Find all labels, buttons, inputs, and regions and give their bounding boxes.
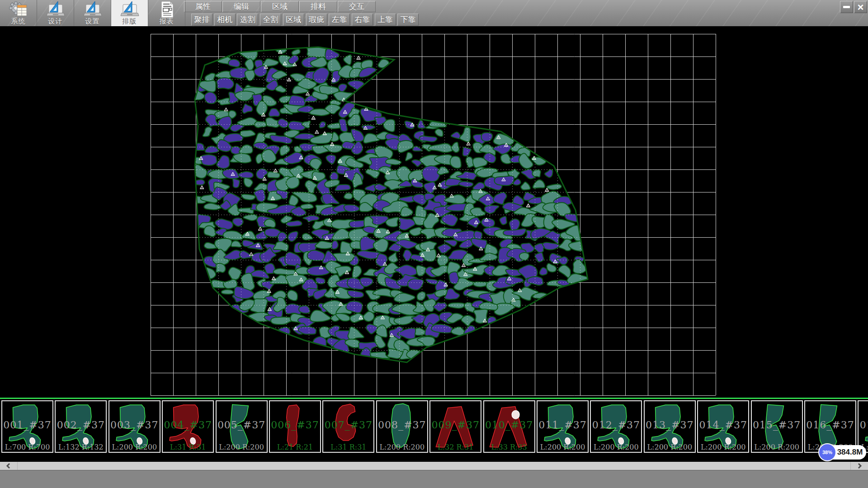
app-button-label: 设置 xyxy=(74,17,111,26)
tool-button-6[interactable]: 瑕疵 xyxy=(306,14,327,26)
menu-item-3[interactable]: 区域 xyxy=(261,1,299,12)
thumbnail-cell-004_#37[interactable]: 004_#37L:31 R:31 xyxy=(162,400,214,453)
thumbnail-cell-005_#37[interactable]: 005_#37L:200 R:200 xyxy=(216,400,268,453)
piece-lr-count: L:200 R:200 xyxy=(538,443,588,451)
piece-lr-count: L:200 R:200 xyxy=(377,443,427,451)
thumbnail-cell-013_#37[interactable]: 013_#37L:200 R:200 xyxy=(644,400,696,453)
piece-id-label: 011_#37 xyxy=(538,419,588,431)
thumbnail-cell-010_#37[interactable]: 010_#37L:33 R:33 xyxy=(483,400,535,453)
thumbnail-cell-006_#37[interactable]: 006_#37L:21 R:21 xyxy=(269,400,321,453)
thumbnail-cell-008_#37[interactable]: 008_#37L:200 R:200 xyxy=(376,400,428,453)
piece-id-label: 008_#37 xyxy=(377,419,427,431)
piece-id-label: 015_#37 xyxy=(752,419,802,431)
piece-lr-count: L:132 R:132 xyxy=(56,443,106,451)
thumbnail-cell-015_#37[interactable]: 015_#37L:200 R:200 xyxy=(751,400,803,453)
thumbnail-cell-014_#37[interactable]: 014_#37L:200 R:200 xyxy=(697,400,749,453)
piece-id-label: 010_#37 xyxy=(484,419,534,431)
piece-lr-count: L:200 R:200 xyxy=(698,443,748,451)
piece-lr-count: L:200 R:200 xyxy=(217,443,267,451)
app-window: 系统 设计 xyxy=(0,0,868,488)
thumbnail-cell-003_#37[interactable]: 003_#37L:200 R:200 xyxy=(108,400,160,453)
tool-button-10[interactable]: 下靠 xyxy=(397,14,419,26)
menu-item-5[interactable]: 交互 xyxy=(338,1,376,12)
thumbnail-cell-012_#37[interactable]: 012_#37L:200 R:200 xyxy=(590,400,642,453)
tool-button-5[interactable]: 区域 xyxy=(283,14,304,26)
piece-id-label: 006_#37 xyxy=(270,419,320,431)
memory-badge: 384.8M 38% xyxy=(818,443,867,462)
minimize-button[interactable] xyxy=(840,1,853,13)
memory-percent: 38% xyxy=(818,443,836,461)
tool-button-4[interactable]: 全割 xyxy=(260,14,281,26)
app-button-label: 排版 xyxy=(111,17,148,26)
app-button-nesting[interactable]: 排版 xyxy=(111,0,148,26)
close-button[interactable]: × xyxy=(854,1,867,13)
piece-id-label: 004_#37 xyxy=(163,419,213,431)
piece-id-label: 013_#37 xyxy=(645,419,695,431)
menu-item-1[interactable]: 属性 xyxy=(184,1,222,12)
piece-lr-count: L:31 R:31 xyxy=(163,443,213,451)
piece-id-label: 003_#37 xyxy=(109,419,160,431)
close-icon: × xyxy=(857,3,863,12)
piece-lr-count: L:31 R:31 xyxy=(323,443,373,451)
pieces-thumbnail-strip: 001_#37L:700 R:700002_#37L:132 R:132003_… xyxy=(0,398,868,462)
app-button-label: 系统 xyxy=(0,17,37,26)
horizontal-scrollbar[interactable] xyxy=(0,462,868,470)
app-button-label: 报表 xyxy=(148,17,185,26)
piece-lr-count: L:32 R:31 xyxy=(430,443,481,451)
piece-lr-count: L:21 R:21 xyxy=(270,443,320,451)
nesting-canvas[interactable] xyxy=(0,26,868,398)
thumbnail-cell-011_#37[interactable]: 011_#37L:200 R:200 xyxy=(537,400,589,453)
scroll-right-button[interactable] xyxy=(850,462,868,470)
tool-button-8[interactable]: 右靠 xyxy=(352,14,373,26)
thumbnail-cell-007_#37[interactable]: 007_#37L:31 R:31 xyxy=(322,400,374,453)
piece-lr-count: L:200 R:200 xyxy=(591,443,641,451)
piece-lr-count: L:200 R:200 xyxy=(645,443,695,451)
piece-id-label: 002_#37 xyxy=(56,419,106,431)
piece-id-label: 001_#37 xyxy=(2,419,52,431)
menu-item-2[interactable]: 编辑 xyxy=(222,1,260,12)
app-button-report[interactable]: 报表 xyxy=(148,0,185,26)
thumbnail-cell-009_#37[interactable]: 009_#37L:32 R:31 xyxy=(429,400,481,453)
app-button-label: 设计 xyxy=(37,17,74,26)
piece-id-label: 016_#37 xyxy=(805,419,855,431)
app-button-system[interactable]: 系统 xyxy=(0,0,37,26)
piece-id-label: 014_#37 xyxy=(698,419,748,431)
app-button-design[interactable]: 设计 xyxy=(37,0,74,26)
piece-lr-count: L:200 R:200 xyxy=(109,443,160,451)
scroll-left-button[interactable] xyxy=(0,462,18,470)
tool-button-2[interactable]: 相机 xyxy=(214,14,236,26)
ribbon-toolbar: 系统 设计 xyxy=(0,0,868,27)
piece-id-label: 017_#37 xyxy=(859,419,868,431)
piece-lr-count: L:200 R:200 xyxy=(752,443,802,451)
piece-id-label: 007_#37 xyxy=(323,419,373,431)
menu-item-4[interactable]: 排料 xyxy=(299,1,337,12)
chevron-right-icon xyxy=(856,463,863,469)
tool-button-3[interactable]: 选割 xyxy=(237,14,258,26)
thumbnail-cell-002_#37[interactable]: 002_#37L:132 R:132 xyxy=(55,400,107,453)
piece-id-label: 009_#37 xyxy=(430,419,481,431)
tool-button-7[interactable]: 左靠 xyxy=(329,14,350,26)
piece-id-label: 012_#37 xyxy=(591,419,641,431)
tool-button-9[interactable]: 上靠 xyxy=(375,14,396,26)
thumbnail-cell-001_#37[interactable]: 001_#37L:700 R:700 xyxy=(1,400,53,453)
piece-lr-count: L:700 R:700 xyxy=(2,443,52,451)
piece-lr-count: L:33 R:33 xyxy=(484,443,534,451)
app-button-settings[interactable]: 设置 xyxy=(74,0,111,26)
minimize-icon xyxy=(843,6,850,8)
status-bar xyxy=(0,470,868,488)
chevron-left-icon xyxy=(5,463,12,469)
piece-id-label: 005_#37 xyxy=(217,419,267,431)
tool-button-1[interactable]: 聚排 xyxy=(191,14,212,26)
